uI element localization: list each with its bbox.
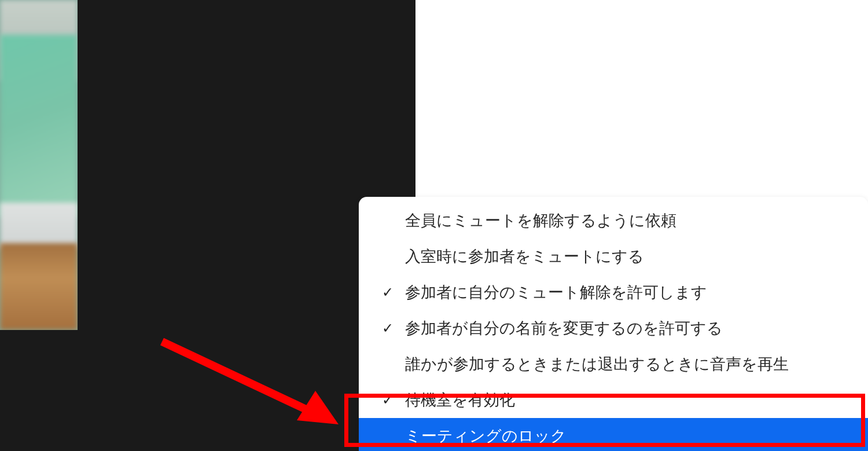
- screenshot-stage: 全員にミュートを解除するように依頼 入室時に参加者をミュートにする ✓ 参加者に…: [0, 0, 868, 451]
- menu-item-label: ミーティングのロック: [405, 426, 567, 446]
- menu-item-lock-meeting[interactable]: ミーティングのロック: [359, 418, 868, 451]
- menu-item-ask-all-unmute[interactable]: 全員にミュートを解除するように依頼: [359, 203, 868, 239]
- menu-item-label: 入室時に参加者をミュートにする: [405, 246, 644, 267]
- menu-item-label: 誰かが参加するときまたは退出するときに音声を再生: [405, 354, 789, 375]
- menu-item-label: 全員にミュートを解除するように依頼: [405, 210, 676, 231]
- participants-context-menu: 全員にミュートを解除するように依頼 入室時に参加者をミュートにする ✓ 参加者に…: [359, 197, 868, 451]
- checkmark-icon: ✓: [382, 285, 393, 299]
- menu-item-label: 待機室を有効化: [405, 390, 515, 410]
- video-bg-layer: [0, 35, 78, 217]
- video-bg-layer: [0, 243, 78, 330]
- menu-item-label: 参加者に自分のミュート解除を許可します: [405, 282, 707, 303]
- menu-item-label: 参加者が自分の名前を変更するのを許可する: [405, 318, 723, 339]
- video-bg-layer: [0, 203, 78, 249]
- checkmark-icon: ✓: [382, 321, 393, 335]
- video-area: [0, 0, 415, 451]
- menu-item-play-join-leave-sound[interactable]: 誰かが参加するときまたは退出するときに音声を再生: [359, 346, 868, 382]
- menu-item-allow-unmute-self[interactable]: ✓ 参加者に自分のミュート解除を許可します: [359, 274, 868, 310]
- menu-item-allow-rename[interactable]: ✓ 参加者が自分の名前を変更するのを許可する: [359, 310, 868, 346]
- menu-item-enable-waiting-room[interactable]: ✓ 待機室を有効化: [359, 382, 868, 418]
- menu-item-mute-on-entry[interactable]: 入室時に参加者をミュートにする: [359, 239, 868, 274]
- checkmark-icon: ✓: [382, 393, 393, 407]
- video-thumbnail[interactable]: [0, 0, 78, 330]
